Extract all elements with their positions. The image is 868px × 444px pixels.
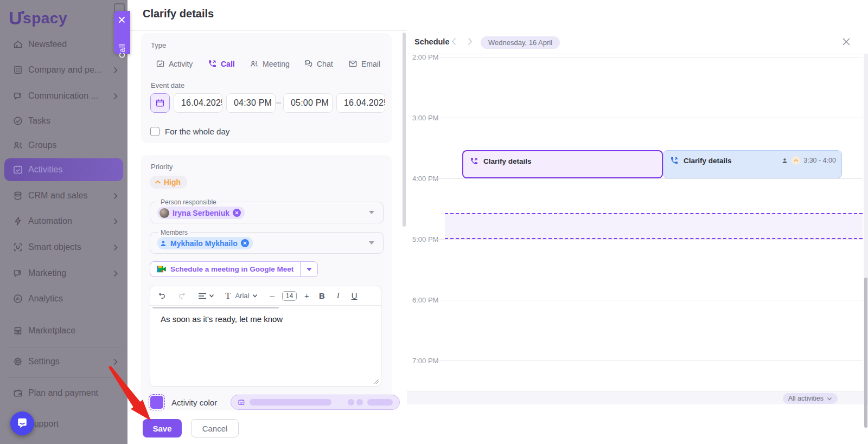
google-meet-dropdown[interactable] <box>300 262 317 276</box>
sidebar-item-groups[interactable]: Groups <box>0 138 127 153</box>
chevron-down-icon[interactable] <box>252 294 258 298</box>
automation-icon <box>12 215 24 227</box>
toolbar-scrollbar[interactable] <box>152 307 279 308</box>
form-scrollbar[interactable] <box>403 33 406 227</box>
whole-day-checkbox[interactable] <box>150 127 159 136</box>
logo-text: spacy <box>23 10 67 27</box>
type-label: Type <box>151 41 166 49</box>
person-icon <box>781 157 788 164</box>
sidebar-item-settings[interactable]: Settings <box>0 354 127 369</box>
type-option-activity[interactable]: Activity <box>156 59 193 68</box>
whole-day-label: For the whole day <box>165 127 229 136</box>
activities-icon <box>12 164 24 176</box>
sidebar-item-activities[interactable]: Activities <box>4 158 123 181</box>
google-meet-button[interactable]: Schedule a meeting in Google Meet <box>150 261 318 277</box>
analytics-icon <box>12 293 24 305</box>
person-responsible-label: Person responsible <box>158 198 219 206</box>
sidebar-item-company[interactable]: Company and pe... <box>0 62 127 78</box>
sidebar-item-communication[interactable]: Communication ... <box>0 88 127 104</box>
google-meet-label: Schedule a meeting in Google Meet <box>170 265 293 273</box>
call-icon <box>208 59 217 68</box>
undo-icon[interactable] <box>158 292 166 300</box>
type-option-meeting[interactable]: Meeting <box>250 59 290 68</box>
person-responsible-chip[interactable]: Iryna Serbeniuk <box>157 207 245 219</box>
sidebar-item-marketing[interactable]: Marketing <box>0 266 127 281</box>
event-title: Clarify details <box>483 157 656 165</box>
priority-chip[interactable]: High <box>150 176 187 189</box>
call-tab-label: Call <box>118 44 126 58</box>
chevron-right-icon <box>113 244 118 251</box>
hour-line <box>431 361 863 361</box>
hour-line <box>431 118 863 118</box>
sidebar-item-plan-payment[interactable]: Plan and payment <box>0 385 127 401</box>
schedule-date-pill[interactable]: Wednesday, 16 April <box>481 36 560 49</box>
increase-font-button[interactable]: + <box>304 291 309 300</box>
activity-color-preview <box>231 395 400 410</box>
chevron-down-icon[interactable] <box>369 211 374 214</box>
activity-color-swatch[interactable] <box>150 396 163 409</box>
font-family-select[interactable]: Arial <box>235 292 249 300</box>
type-option-call[interactable]: Call <box>208 59 235 68</box>
sidebar-item-automation[interactable]: Automation <box>0 214 127 229</box>
font-size-input[interactable]: 14 <box>282 291 297 301</box>
decrease-font-button[interactable]: – <box>270 291 274 300</box>
chevron-down-icon[interactable] <box>209 294 214 298</box>
schedule-footer-bar: All activities <box>407 391 868 404</box>
next-day-button[interactable] <box>468 37 473 46</box>
gear-icon <box>12 356 24 368</box>
italic-button[interactable]: I <box>337 291 340 300</box>
type-option-chat[interactable]: Chat <box>304 59 333 68</box>
call-side-tab[interactable]: Call <box>114 11 130 54</box>
member-chip[interactable]: Mykhailo Mykhailo <box>157 237 253 249</box>
type-option-email[interactable]: Email <box>348 59 380 68</box>
remove-icon[interactable] <box>233 209 241 217</box>
align-icon[interactable] <box>198 292 207 300</box>
event-existing[interactable]: Clarify details 3:30 - 4:00 <box>663 150 842 178</box>
sidebar-item-analytics[interactable]: Analytics <box>0 291 127 306</box>
chevron-right-icon <box>113 358 118 365</box>
bold-button[interactable]: B <box>319 291 325 300</box>
end-time-input[interactable]: 05:00 PM <box>283 93 333 113</box>
sidebar-item-crm[interactable]: CRM and sales <box>0 188 127 203</box>
activity-color-row: Activity color <box>150 396 217 409</box>
calendar-picker-button[interactable] <box>150 93 170 113</box>
person-responsible-field[interactable]: Person responsible Iryna Serbeniuk <box>150 202 384 223</box>
schedule-panel: Schedule Wednesday, 16 April 2:00 PM 3:0… <box>407 30 868 404</box>
text-format-icon[interactable]: T <box>225 291 231 301</box>
members-field[interactable]: Members Mykhailo Mykhailo <box>150 232 384 254</box>
resize-handle-icon[interactable] <box>374 379 379 384</box>
whole-day-checkbox-row[interactable]: For the whole day <box>150 127 229 136</box>
email-icon <box>348 59 358 68</box>
description-editor[interactable]: T Arial – 14 + B I U As soon as it's rea… <box>150 286 381 387</box>
redo-icon[interactable] <box>178 292 186 300</box>
start-date-input[interactable]: 16.04.2025 <box>174 93 222 113</box>
app-logo[interactable]: Uspacy <box>9 8 67 29</box>
schedule-scrollbar-thumb[interactable] <box>864 278 867 428</box>
event-draft[interactable]: Clarify details <box>462 150 663 178</box>
save-button[interactable]: Save <box>143 419 182 437</box>
tasks-icon <box>12 115 24 127</box>
app-window: Uspacy Newsfeed Company and pe... Commun… <box>0 0 868 444</box>
start-time-input[interactable]: 04:30 PM <box>226 93 276 113</box>
cancel-button[interactable]: Cancel <box>191 419 239 437</box>
close-icon[interactable] <box>118 16 125 23</box>
crm-icon <box>12 190 24 202</box>
chevron-down-icon[interactable] <box>369 241 374 244</box>
remove-icon[interactable] <box>241 239 249 247</box>
chat-bubble-icon <box>16 417 28 429</box>
sidebar-item-smart-objects[interactable]: Smart objects <box>0 240 127 255</box>
end-date-input[interactable]: 16.04.2025 <box>336 93 385 113</box>
description-text[interactable]: As soon as it's ready, let me know <box>161 314 283 324</box>
schedule-scrollbar-track[interactable] <box>864 54 868 404</box>
underline-button[interactable]: U <box>352 291 358 300</box>
sidebar-item-marketplace[interactable]: Marketplace <box>0 323 127 338</box>
chevron-right-icon <box>113 93 118 100</box>
sidebar-item-tasks[interactable]: Tasks <box>0 113 127 128</box>
proposed-time-slot <box>445 213 863 239</box>
activities-filter[interactable]: All activities <box>783 393 838 404</box>
sidebar-item-newsfeed[interactable]: Newsfeed <box>0 37 127 52</box>
support-chat-launcher[interactable] <box>10 411 34 435</box>
prev-day-button[interactable] <box>451 37 456 46</box>
close-icon[interactable] <box>842 37 851 46</box>
editor-toolbar: T Arial – 14 + B I U <box>150 286 381 306</box>
